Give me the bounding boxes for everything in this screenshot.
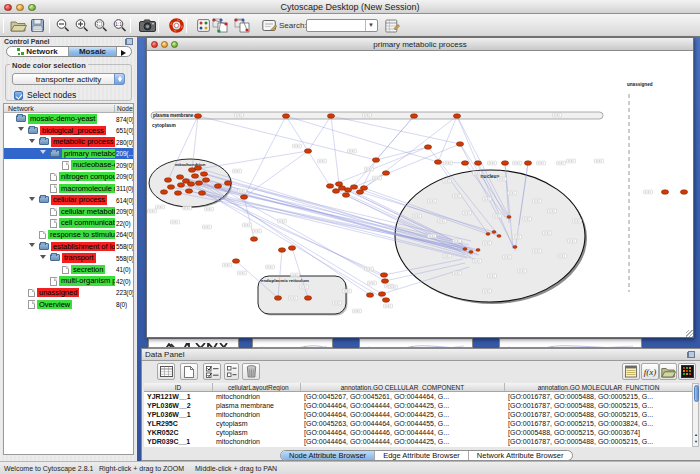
tab-overflow-button[interactable] (117, 47, 130, 56)
network-overlay-b-button[interactable] (231, 16, 253, 35)
tree-row[interactable]: cellular metabolic process209(0) (4, 206, 133, 218)
network-node[interactable] (194, 114, 201, 119)
network-edge[interactable] (198, 116, 376, 160)
network-edge[interactable] (192, 151, 308, 170)
tree-row[interactable]: multi-organism process42(0) (4, 275, 133, 287)
network-node[interactable] (350, 185, 357, 190)
network-node[interactable] (304, 149, 311, 154)
network-edge[interactable] (244, 116, 286, 197)
network-edge[interactable] (438, 116, 457, 162)
network-node[interactable] (661, 190, 668, 195)
network-node[interactable] (240, 195, 247, 200)
tree-row-label[interactable]: biological_process (40, 126, 106, 136)
tree-row-label[interactable]: nucleobase-containing compound metabolic… (71, 160, 115, 170)
attribute-editor-button[interactable] (381, 16, 403, 35)
network-node-small[interactable] (513, 246, 517, 249)
network-node[interactable] (332, 189, 339, 194)
table-cell[interactable]: mitochondrion (213, 392, 301, 401)
network-node[interactable] (453, 114, 460, 119)
function-builder-button[interactable]: f(x) (641, 363, 659, 380)
table-cell[interactable]: [GO:0016787, GO:0005488, GO:0005215, G..… (505, 410, 693, 419)
delete-attribute-button[interactable] (242, 363, 260, 380)
network-node[interactable] (326, 184, 333, 189)
network-node[interactable] (424, 145, 431, 150)
scrollbar-thumb[interactable] (694, 385, 699, 402)
window-resize-grip[interactable] (686, 330, 693, 337)
table-column-header[interactable]: annotation.GO MOLECULAR_FUNCTION (505, 383, 693, 391)
tree-row[interactable]: cellular process614(0) (4, 194, 133, 206)
network-node[interactable] (185, 189, 192, 194)
network-edge[interactable] (244, 151, 308, 197)
network-node[interactable] (342, 193, 349, 198)
network-node[interactable] (160, 190, 167, 195)
select-attributes-button[interactable] (203, 363, 221, 380)
tree-row-label[interactable]: establishment of localization (51, 242, 115, 252)
network-node[interactable] (214, 184, 221, 189)
plasma-membrane-compartment[interactable] (151, 112, 603, 119)
table-cell[interactable]: mitochondrion (213, 410, 301, 419)
network-node[interactable] (202, 178, 209, 183)
network-node[interactable] (372, 158, 379, 163)
network-node[interactable] (304, 296, 311, 301)
background-window-fragment[interactable] (499, 338, 642, 348)
search-dropdown-arrow[interactable]: ▼ (365, 20, 376, 31)
network-node[interactable] (335, 182, 342, 187)
network-node[interactable] (200, 172, 207, 177)
expand-arrow-icon[interactable] (40, 150, 46, 154)
heatmap-button[interactable] (678, 363, 696, 380)
tree-row[interactable]: nitrogen compound metabolic process209(0… (4, 171, 133, 183)
network-node[interactable] (167, 185, 174, 190)
tree-row[interactable]: mosaic-demo-yeast874(0) (4, 113, 133, 125)
network-node[interactable] (410, 114, 417, 119)
table-column-header[interactable]: ID (144, 383, 213, 391)
select-nodes-checkbox[interactable] (14, 91, 23, 100)
tab-mosaic[interactable]: Mosaic (68, 47, 117, 56)
tree-row-label[interactable]: transport (62, 253, 96, 263)
tree-row-label[interactable]: cellular metabolic process (59, 207, 115, 217)
tree-row[interactable]: secretion41(0) (4, 264, 133, 276)
network-edge[interactable] (331, 116, 339, 184)
network-canvas[interactable]: nucleusplasma membranecytoplasmmitochond… (147, 51, 693, 337)
table-cell[interactable]: [GO:0044464, GO:0044444, GO:0044425, G..… (301, 401, 505, 410)
tree-row-label[interactable]: multi-organism process (59, 276, 115, 286)
table-cell[interactable]: plasma membrane (213, 401, 301, 410)
table-cell[interactable]: YLR295C (144, 419, 213, 428)
network-node[interactable] (164, 178, 171, 183)
expand-arrow-icon[interactable] (29, 139, 35, 143)
network-node-small[interactable] (476, 249, 480, 252)
table-cell[interactable]: YPL036W__2 (144, 401, 213, 410)
network-node[interactable] (378, 292, 385, 297)
network-edge[interactable] (330, 147, 428, 186)
snapshot-button[interactable] (136, 16, 158, 35)
table-column-header[interactable]: _cellularLayoutRegion (213, 383, 301, 391)
network-node[interactable] (288, 246, 295, 251)
zoom-selected-button[interactable]: 1:1 (108, 16, 130, 35)
browser-tab[interactable]: Edge Attribute Browser (375, 451, 469, 460)
table-cell[interactable]: [GO:0044464, GO:0044444, GO:0044425, G..… (301, 437, 505, 446)
tree-row[interactable]: unassigned223(0) (4, 287, 133, 299)
network-node[interactable] (191, 174, 198, 179)
float-panel-icon[interactable] (125, 38, 133, 45)
expand-arrow-icon[interactable] (40, 255, 46, 259)
table-row[interactable]: YLR295Ccytoplasm[GO:0045263, GO:0044464,… (144, 419, 693, 428)
network-node[interactable] (474, 161, 481, 166)
import-attributes-button[interactable] (659, 363, 677, 380)
network-node[interactable] (434, 160, 441, 165)
tree-row[interactable]: Overview8(0) (4, 299, 133, 311)
network-node[interactable] (680, 190, 687, 195)
network-node[interactable] (174, 191, 181, 196)
table-scrollbar[interactable]: ▲▼ (692, 383, 699, 447)
table-cell[interactable]: [GO:0005488, GO:0005215, GO:0003674] (505, 428, 693, 437)
network-node[interactable] (524, 161, 531, 166)
table-row[interactable]: YJR121W__1mitochondrion[GO:0045267, GO:0… (144, 392, 693, 401)
save-button[interactable] (26, 16, 48, 35)
network-node-small[interactable] (507, 216, 511, 219)
network-node[interactable] (195, 181, 202, 186)
network-edge[interactable] (202, 193, 384, 275)
network-edge[interactable] (331, 116, 460, 144)
network-node[interactable] (501, 161, 508, 166)
table-cell[interactable]: cytoplasm (213, 428, 301, 437)
network-node-small[interactable] (469, 251, 473, 254)
tree-row-label[interactable]: cellular process (51, 195, 107, 205)
network-node[interactable] (278, 248, 285, 253)
